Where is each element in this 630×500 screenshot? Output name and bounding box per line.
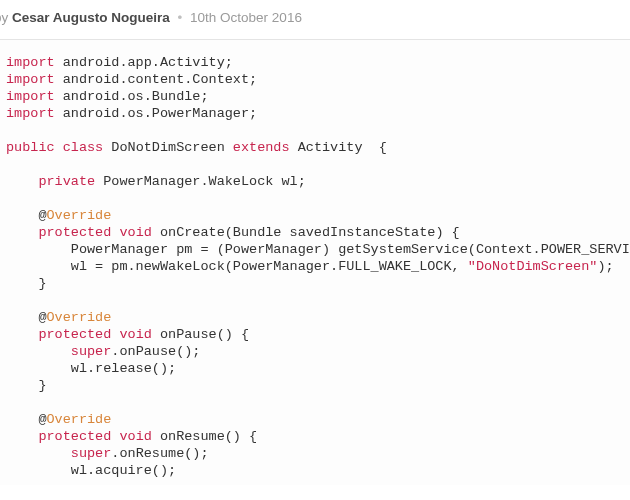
indent <box>6 344 71 359</box>
kw-super: super <box>71 344 112 359</box>
by-label: by <box>0 10 12 25</box>
code-text: android.content.Context; <box>55 72 258 87</box>
annotation-override: Override <box>47 412 112 427</box>
kw-extends: extends <box>233 140 290 155</box>
kw-protected: protected <box>38 225 111 240</box>
post-date: 10th October 2016 <box>190 10 302 25</box>
annotation-override: Override <box>47 310 112 325</box>
code-text: android.os.PowerManager; <box>55 106 258 121</box>
indent <box>6 310 38 325</box>
kw-private: private <box>38 174 95 189</box>
meta-separator: • <box>178 10 183 25</box>
code-text: wl.release(); <box>6 361 176 376</box>
code-text: .onPause(); <box>111 344 200 359</box>
kw-void: void <box>119 429 151 444</box>
string-literal: "DoNotDimScreen" <box>468 259 598 274</box>
at: @ <box>38 412 46 427</box>
code-text: onResume() { <box>152 429 257 444</box>
indent <box>6 208 38 223</box>
indent <box>6 327 38 342</box>
code-text: DoNotDimScreen <box>103 140 233 155</box>
kw-protected: protected <box>38 327 111 342</box>
kw-class: class <box>63 140 104 155</box>
post-meta: by Cesar Augusto Nogueira • 10th October… <box>0 0 630 39</box>
code-content: import android.app.Activity; import andr… <box>6 54 624 479</box>
kw-import: import <box>6 106 55 121</box>
kw-void: void <box>119 327 151 342</box>
code-text: android.os.Bundle; <box>55 89 209 104</box>
code-text: android.app.Activity; <box>55 55 233 70</box>
code-text: ); <box>597 259 613 274</box>
code-text: wl = pm.newWakeLock(PowerManager.FULL_WA… <box>6 259 468 274</box>
kw-void: void <box>119 225 151 240</box>
code-block: import android.app.Activity; import andr… <box>0 39 630 485</box>
kw-import: import <box>6 72 55 87</box>
indent <box>6 446 71 461</box>
indent <box>6 412 38 427</box>
code-text: onPause() { <box>152 327 249 342</box>
kw-import: import <box>6 89 55 104</box>
at: @ <box>38 208 46 223</box>
code-text: PowerManager pm = (PowerManager) getSyst… <box>6 242 630 257</box>
indent <box>6 225 38 240</box>
indent <box>6 429 38 444</box>
author-link[interactable]: Cesar Augusto Nogueira <box>12 10 170 25</box>
code-text: PowerManager.WakeLock wl; <box>95 174 306 189</box>
code-text: wl.acquire(); <box>6 463 176 478</box>
code-text: } <box>6 378 47 393</box>
annotation-override: Override <box>47 208 112 223</box>
kw-import: import <box>6 55 55 70</box>
indent <box>6 174 38 189</box>
kw-super: super <box>71 446 112 461</box>
at: @ <box>38 310 46 325</box>
kw-protected: protected <box>38 429 111 444</box>
kw-public: public <box>6 140 55 155</box>
code-text: Activity { <box>290 140 387 155</box>
code-text: .onResume(); <box>111 446 208 461</box>
code-text: onCreate(Bundle savedInstanceState) { <box>152 225 460 240</box>
code-text: } <box>6 276 47 291</box>
